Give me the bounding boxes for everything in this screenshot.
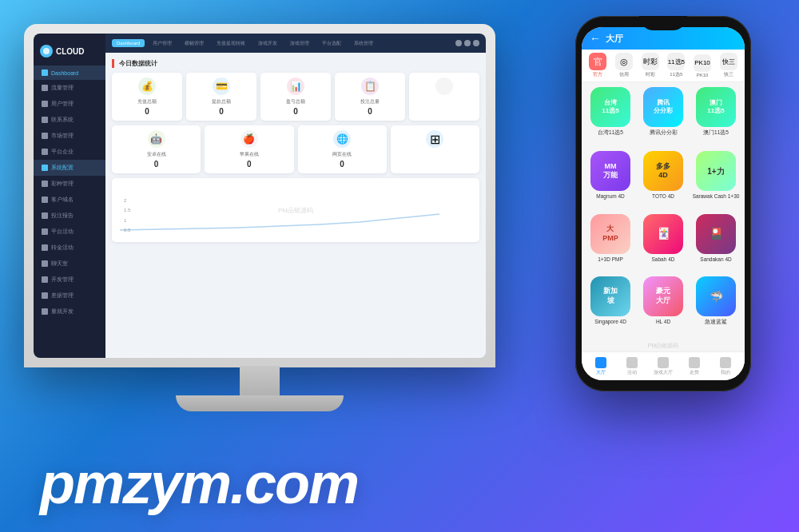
nav-tab-gamedev[interactable]: 游戏开发 [253,38,282,49]
quantity-icon [42,308,48,315]
svg-text:0.5: 0.5 [124,228,131,232]
phone-nav-trend[interactable]: 走势 [679,357,710,376]
game-item-hl[interactable]: 豪元大厅 HL 4D [639,276,687,335]
nav-tab-transfer[interactable]: 充值提现转账 [212,38,250,49]
sidebar-item-contact[interactable]: 联系系统 [34,112,105,128]
game-item-taiwan[interactable]: 台湾11选5 台湾11选5 [586,87,634,146]
game-icon-pmp: 大PMP [590,214,630,254]
official-tab-label: 官方 [593,71,602,78]
bet-value: 0 [368,107,372,116]
game-icon-hl: 豪元大厅 [643,276,683,316]
game-icon-sarawak: 1+力 [696,151,736,191]
game-icon-taiwan: 台湾11选5 [590,87,630,127]
chat-icon [42,260,48,267]
nav-tab-system[interactable]: 系统管理 [349,38,378,49]
sidebar-item-users[interactable]: 用户管理 [34,96,105,112]
activity-icon [42,228,48,235]
sidebar-item-market[interactable]: 市场管理 [34,128,105,144]
deposit-label: 充值总额 [137,98,157,105]
sidebar-item-quantity[interactable]: 量就开发 [34,304,105,320]
sidebar-logo: CLOUD [34,40,105,62]
phone-header-title: 大厅 [606,33,623,45]
phone-nav-activity[interactable]: 活动 [616,357,647,376]
phone-tab-kuaisan[interactable]: 快三 快三 [717,53,740,78]
phone-display: ← 大厅 官 官方 ◎ 信用 时彩 时彩 11选5 1 [575,16,751,399]
sidebar-item-flow[interactable]: 流量管理 [34,80,105,96]
sidebar-item-system-config[interactable]: 系统配置 [34,160,105,176]
phone-nav-games[interactable]: 游戏大厅 [647,357,678,376]
sidebar-item-chat[interactable]: 聊天室 [34,256,105,272]
game-name-hl: HL 4D [656,319,670,324]
web-value: 0 [340,160,344,169]
nav-tab-dashboard[interactable]: Dashboard [112,39,145,47]
stat-card-withdraw: 💳 提款总额 0 [186,73,256,121]
config-icon [42,165,48,171]
games-nav-icon [658,357,669,368]
activity-nav-icon [626,357,638,368]
bet-label: 投注总量 [360,98,380,105]
windows-icon: ⊞ [426,130,443,148]
game-item-macau[interactable]: 澳门11选5 澳门11选5 [692,87,740,146]
profile-nav-icon [720,357,731,368]
top-nav: Dashboard 用户管理 横幅管理 充值提现转账 游戏开发 游戏管理 平台选… [105,34,486,53]
game-icon-toto: 多多4D [643,151,683,191]
game-item-magnum[interactable]: MM万能 Magnum 4D [586,151,634,208]
sidebar-item-dashboard[interactable]: Dashboard [34,66,105,80]
bet-stat-icon: 📋 [361,77,379,95]
svg-text:1.5: 1.5 [124,208,131,212]
sidebar-item-data[interactable]: 差据管理 [34,288,105,304]
game-item-shark[interactable]: 🦈 急速蓝鲨 [692,276,740,335]
phone-nav-profile[interactable]: 我的 [710,357,741,376]
withdraw-label: 提款总额 [212,98,231,105]
deposit-value: 0 [145,107,149,116]
game-name-taiwan: 台湾11选5 [598,129,623,137]
game-item-sabah[interactable]: 🃏 Sabah 4D [639,214,687,272]
nav-tab-banner[interactable]: 横幅管理 [180,38,209,49]
shicai-tab-label: 时彩 [646,71,655,78]
game-name-magnum: Magnum 4D [596,193,624,199]
sidebar: CLOUD Dashboard 流量管理 用户管理 联系系统 [34,34,105,358]
game-icon-shark: 🦈 [696,276,736,316]
sidebar-item-dev[interactable]: 开发管理 [34,272,105,288]
home-nav-icon [595,357,606,368]
data-icon [42,292,48,299]
sidebar-item-activity[interactable]: 平台活动 [34,224,105,240]
nav-tab-gamenav[interactable]: 游戏管理 [285,38,314,49]
domain-icon [42,197,48,203]
game-item-tencent[interactable]: 腾讯分分彩 腾讯分分彩 [639,87,687,146]
phone-nav-home[interactable]: 大厅 [585,357,616,376]
trend-nav-icon [689,357,700,368]
nav-tab-users[interactable]: 用户管理 [148,38,177,49]
sidebar-item-domain[interactable]: 客户域名 [34,192,105,208]
game-icon-sabah: 🃏 [643,214,683,254]
sidebar-item-bet[interactable]: 投注报告 [34,208,105,224]
game-name-singapore: Singapore 4D [594,319,626,324]
sidebar-item-lottery[interactable]: 彩种管理 [34,176,105,192]
phone-tab-official[interactable]: 官 官方 [586,53,610,78]
withdraw-icon: 💳 [213,77,230,95]
game-item-singapore[interactable]: 新加坡 Singapore 4D [586,276,634,335]
phone-tab-shicai[interactable]: 时彩 时彩 [638,53,662,78]
withdraw-value: 0 [219,107,224,116]
game-icon-sandakan: 🎴 [696,214,736,254]
trend-nav-label: 走势 [690,369,699,376]
phone-tab-pk10[interactable]: PK10 PK10 [691,54,714,77]
sidebar-item-transfer[interactable]: 转金活动 [34,240,105,256]
game-item-toto[interactable]: 多多4D TOTO 4D [639,151,687,208]
11x5-tab-icon: 11选5 [667,53,685,70]
phone-bottom-nav: 大厅 活动 游戏大厅 走势 我的 [582,351,745,380]
svg-text:2: 2 [124,198,127,203]
contact-icon [42,117,48,123]
sidebar-item-platform[interactable]: 平台企业 [34,144,105,160]
game-item-pmp[interactable]: 大PMP 1+3D PMP [586,214,634,272]
game-name-shark: 急速蓝鲨 [705,319,727,326]
phone-tab-credit[interactable]: ◎ 信用 [613,53,636,78]
phone-tab-11x5[interactable]: 11选5 11选5 [665,53,688,78]
game-name-sarawak: Sarawak Cash 1+30 [693,193,740,199]
game-name-sabah: Sabah 4D [652,256,675,262]
game-item-sarawak[interactable]: 1+力 Sarawak Cash 1+30 [692,151,740,208]
game-item-sandakan[interactable]: 🎴 Sandakan 4D [692,214,740,272]
dashboard-icon [42,69,48,76]
nav-tab-platform[interactable]: 平台选配 [317,38,346,49]
stat-card-bet: 📋 投注总量 0 [335,73,405,121]
